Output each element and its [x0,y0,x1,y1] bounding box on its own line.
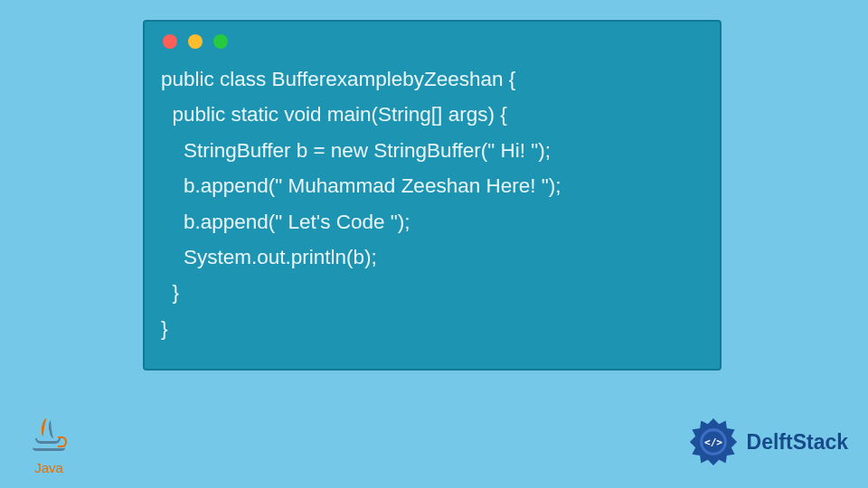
delftstack-label: DelftStack [747,430,848,455]
java-cup-icon [31,418,67,458]
code-line: } [161,281,179,304]
window-traffic-lights [161,34,703,49]
code-block: public class BufferexamplebyZeeshan { pu… [161,61,703,346]
zoom-icon [213,34,228,49]
code-card: public class BufferexamplebyZeeshan { pu… [143,20,722,371]
svg-text:</>: </> [703,436,722,448]
code-line: public static void main(String[] args) { [161,103,507,126]
code-line: System.out.println(b); [161,246,377,268]
java-logo: Java [25,405,72,475]
code-line: public class BufferexamplebyZeeshan { [161,68,515,90]
code-line: b.append(" Let's Code "); [161,211,410,233]
close-icon [163,34,177,49]
code-line: StringBuffer b = new StringBuffer(" Hi! … [161,139,551,162]
java-label: Java [34,460,63,475]
code-line: } [161,317,168,340]
code-line: b.append(" Muhammad Zeeshan Here! "); [161,174,561,197]
minimize-icon [188,34,203,49]
delftstack-badge-icon: </> [685,414,741,470]
delftstack-logo: </> DelftStack [685,414,848,470]
